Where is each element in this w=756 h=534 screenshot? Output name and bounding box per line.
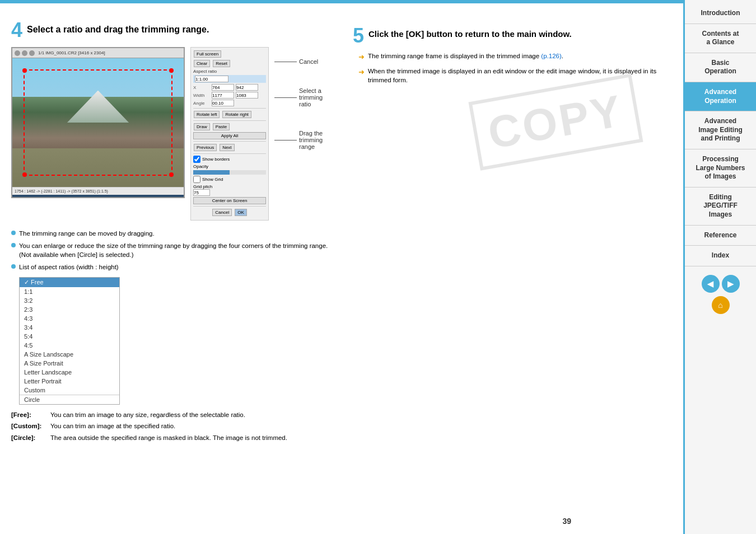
step5-bullet-text-1: The trimming range frame is displayed in… — [368, 51, 563, 60]
full-screen-btn[interactable]: Full screen — [194, 50, 221, 58]
screenshot-area: 1/1 IMG_0001.CR2 [3416 x 2304] — [11, 47, 336, 221]
bullet-dot-2 — [11, 243, 16, 247]
trim-rectangle — [24, 69, 172, 176]
dropdown-item-1-1[interactable]: 1:1 — [20, 287, 119, 296]
dropdown-item-letter-land[interactable]: Letter Landscape — [20, 368, 119, 377]
title-bar-buttons — [15, 50, 35, 56]
dropdown-item-4-3[interactable]: 4:3 — [20, 314, 119, 323]
reset-btn[interactable]: Reset — [213, 60, 230, 67]
dropdown-item-2-3[interactable]: 2:3 — [20, 305, 119, 314]
sidebar-item-introduction[interactable]: Introduction — [685, 3, 756, 24]
dropdown-item-5-4[interactable]: 5:4 — [20, 332, 119, 341]
dropdown-item-3-4[interactable]: 3:4 — [20, 323, 119, 332]
show-borders-cb[interactable] — [193, 156, 200, 163]
width-label: Width — [193, 93, 210, 98]
show-grid-cb[interactable] — [193, 176, 200, 183]
rotate-right-btn[interactable]: Rotate right — [222, 111, 251, 118]
next-button[interactable]: ▶ — [722, 275, 740, 293]
show-grid-label: Show Grid — [202, 177, 223, 182]
control-panel: Full screen Clear Reset Aspect ratio X — [190, 47, 269, 221]
arrow-icon-2: ➜ — [358, 67, 365, 77]
copy-watermark: COPY — [469, 73, 643, 170]
dropdown-list: ✓ Free 1:1 3:2 2:3 4:3 3:4 5:4 4:5 A Siz… — [19, 277, 120, 405]
dropdown-item-letter-port[interactable]: Letter Portrait — [20, 377, 119, 386]
sidebar-item-contents[interactable]: Contents ata Glance — [685, 24, 756, 53]
bullet-item-2: You can enlarge or reduce the size of th… — [11, 241, 336, 259]
bullet-dot-3 — [11, 264, 16, 269]
center-on-screen-btn[interactable]: Center on Screen — [193, 197, 266, 204]
ok-btn[interactable]: OK — [235, 209, 247, 216]
desc-term-custom: [Custom]: — [11, 421, 50, 430]
x-label: X — [193, 85, 210, 90]
dropdown-item-circle[interactable]: Circle — [20, 395, 119, 404]
height-input[interactable] — [236, 92, 258, 99]
page-number: 39 — [562, 517, 571, 526]
dropdown-item-a-port[interactable]: A Size Portrait — [20, 359, 119, 368]
step4-heading: 4 Select a ratio and drag the trimming r… — [11, 20, 336, 40]
angle-input[interactable] — [212, 100, 234, 106]
desc-free: [Free]: You can trim an image to any siz… — [11, 410, 336, 419]
drag-trimming-annotation: Drag thetrimmingrange — [299, 130, 323, 150]
right-sidebar: Introduction Contents ata Glance BasicOp… — [683, 0, 756, 534]
cancel-btn[interactable]: Cancel — [212, 209, 232, 216]
width-input[interactable] — [212, 92, 234, 99]
clear-btn[interactable]: Clear — [194, 60, 210, 67]
desc-term-circle: [Circle]: — [11, 433, 50, 442]
title-btn-2 — [22, 50, 27, 56]
sidebar-item-reference[interactable]: Reference — [685, 226, 756, 246]
apply-all-btn[interactable]: Apply All — [193, 132, 266, 139]
title-btn-1 — [15, 50, 20, 56]
image-area — [12, 58, 184, 187]
step5-title: Click the [OK] button to return to the m… — [368, 26, 572, 39]
step5-bullet-2: ➜ When the trimmed image is displayed in… — [358, 67, 672, 85]
next-btn[interactable]: Next — [220, 144, 234, 151]
sidebar-item-editing[interactable]: EditingJPEG/TIFFImages — [685, 188, 756, 226]
dropdown-item-free[interactable]: ✓ Free — [20, 278, 119, 287]
show-grid-row: Show Grid — [193, 176, 266, 183]
dropdown-item-custom[interactable]: Custom — [20, 386, 119, 395]
title-bar: 1/1 IMG_0001.CR2 [3416 x 2304] — [12, 48, 184, 58]
dropdown-item-4-5[interactable]: 4:5 — [20, 341, 119, 350]
sidebar-item-advanced-image[interactable]: AdvancedImage Editingand Printing — [685, 111, 756, 149]
select-trimming-annotation: Select atrimmingratio — [299, 87, 323, 107]
dropdown-item-a-land[interactable]: A Size Landscape — [20, 350, 119, 359]
step5-heading: 5 Click the [OK] button to return to the… — [353, 26, 672, 46]
screenshot-box: 1/1 IMG_0001.CR2 [3416 x 2304] — [11, 47, 185, 198]
link-p126[interactable]: (p.126) — [541, 53, 561, 59]
aspect-ratio-input[interactable] — [195, 76, 228, 82]
sidebar-item-index[interactable]: Index — [685, 246, 756, 266]
grid-pitch-input[interactable] — [193, 189, 210, 196]
home-button[interactable]: ⌂ — [712, 296, 730, 314]
draw-btn[interactable]: Draw — [194, 123, 210, 130]
desc-circle: [Circle]: The area outside the specified… — [11, 433, 336, 442]
step5-number: 5 — [353, 26, 364, 46]
bullet-text-1: The trimming range can be moved by dragg… — [19, 229, 155, 238]
sidebar-nav: ◀ ▶ ⌂ — [685, 266, 756, 318]
dropdown-item-3-2[interactable]: 3:2 — [20, 296, 119, 305]
show-borders-row: Show borders — [193, 156, 266, 163]
sidebar-item-basic[interactable]: BasicOperation — [685, 53, 756, 82]
desc-term-free: [Free]: — [11, 410, 50, 419]
title-bar-text: 1/1 IMG_0001.CR2 [3416 x 2304] — [38, 50, 105, 55]
top-border — [0, 0, 683, 3]
grid-pitch-label: Grid pitch — [193, 184, 266, 189]
step4-title: Select a ratio and drag the trimming ran… — [27, 20, 209, 35]
step4-number: 4 — [11, 20, 22, 40]
show-borders-label: Show borders — [202, 157, 230, 162]
paste-btn[interactable]: Paste — [213, 123, 230, 130]
desc-table: [Free]: You can trim an image to any siz… — [11, 410, 336, 442]
rotate-left-btn[interactable]: Rotate left — [194, 111, 220, 118]
sidebar-item-advanced-op[interactable]: AdvancedOperation — [685, 82, 756, 111]
step5-bullet-1: ➜ The trimming range frame is displayed … — [358, 51, 672, 62]
previous-btn[interactable]: Previous — [194, 144, 217, 151]
bullet-text-2: You can enlarge or reduce the size of th… — [19, 241, 336, 259]
angle-label: Angle — [193, 101, 210, 106]
cancel-annotation: Cancel — [299, 58, 318, 65]
sidebar-item-processing[interactable]: ProcessingLarge Numbersof Images — [685, 149, 756, 188]
y-input[interactable] — [236, 84, 258, 91]
prev-button[interactable]: ◀ — [702, 275, 720, 293]
nav-arrows: ◀ ▶ — [702, 275, 740, 293]
status-text: 1754 : 1462 -> (-2281 : 1411) -> (3572 x… — [15, 189, 108, 193]
x-input[interactable] — [212, 84, 234, 91]
desc-def-custom: You can trim an image at the specified r… — [50, 421, 336, 430]
